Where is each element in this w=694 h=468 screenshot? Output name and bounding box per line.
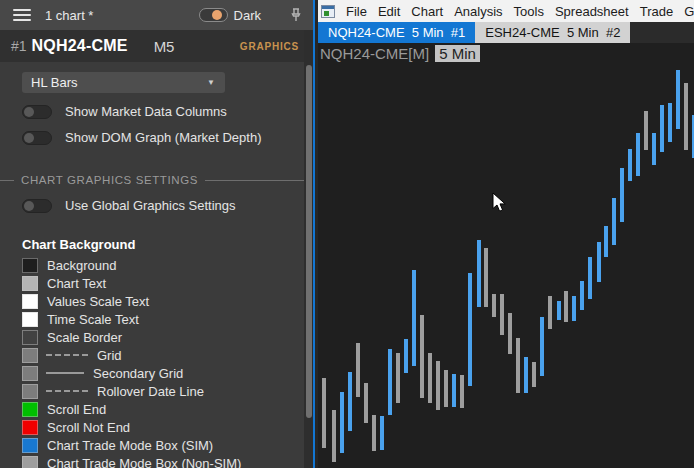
- price-bar: [322, 378, 326, 448]
- price-bar: [460, 375, 464, 408]
- market-data-columns-label: Show Market Data Columns: [65, 104, 227, 119]
- color-swatch-values-scale-text[interactable]: [22, 294, 38, 309]
- price-bar: [524, 357, 528, 393]
- control-panel-sidebar: 1 chart * Dark #1 NQH24-CME M5 GRAPHICS …: [0, 0, 313, 468]
- chart-timeframe: M5: [154, 38, 175, 55]
- price-bar: [340, 392, 344, 453]
- price-bar: [468, 273, 472, 386]
- toggle-row-market-data: Show Market Data Columns: [22, 104, 227, 119]
- market-data-columns-toggle[interactable]: [22, 105, 52, 119]
- price-bar: [684, 83, 688, 150]
- menubar: FileEditChartAnalysisToolsSpreadsheetTra…: [315, 0, 694, 22]
- price-bar: [412, 270, 416, 366]
- price-bar: [660, 105, 664, 152]
- chart-tab-2[interactable]: ESH24-CME 5 Min #2: [475, 22, 630, 43]
- menu-item-chart[interactable]: Chart: [411, 4, 443, 19]
- chart-title-period: 5 Min: [435, 45, 480, 62]
- price-bar: [396, 353, 400, 403]
- pin-icon[interactable]: [290, 8, 302, 22]
- bar-style-dropdown[interactable]: HL Bars ▼: [22, 72, 225, 93]
- price-bar: [516, 338, 520, 393]
- price-bar: [652, 133, 656, 165]
- color-setting-label: Scale Border: [47, 330, 122, 345]
- menu-item-analysis[interactable]: Analysis: [454, 4, 502, 19]
- color-setting-label: Scroll Not End: [47, 420, 130, 435]
- color-setting-row: Values Scale Text: [0, 292, 305, 310]
- menu-item-spreadsheet[interactable]: Spreadsheet: [555, 4, 629, 19]
- toggle-row-global-graphics: Use Global Graphics Settings: [22, 198, 236, 213]
- color-swatch-chart-trade-mode-box-non-sim-[interactable]: [22, 456, 38, 468]
- color-swatch-chart-trade-mode-box-sim-[interactable]: [22, 438, 38, 453]
- price-bar: [332, 410, 336, 462]
- global-graphics-toggle[interactable]: [22, 199, 52, 213]
- app-root: 1 chart * Dark #1 NQH24-CME M5 GRAPHICS …: [0, 0, 694, 468]
- chart-symbol: NQH24-CME: [32, 37, 128, 55]
- global-graphics-label: Use Global Graphics Settings: [65, 198, 236, 213]
- menu-item-file[interactable]: File: [346, 4, 367, 19]
- color-swatch-scroll-end[interactable]: [22, 402, 38, 417]
- color-setting-label: Grid: [97, 348, 122, 363]
- menu-item-edit[interactable]: Edit: [378, 4, 400, 19]
- color-swatch-scale-border[interactable]: [22, 330, 38, 345]
- sidebar-topbar: 1 chart * Dark: [0, 0, 313, 30]
- price-bar: [572, 296, 576, 321]
- chart-panel-header: #1 NQH24-CME M5 GRAPHICS: [0, 30, 313, 62]
- color-setting-label: Chart Trade Mode Box (SIM): [47, 438, 213, 453]
- graphics-tab-label[interactable]: GRAPHICS: [240, 41, 299, 52]
- price-bar: [388, 349, 392, 415]
- sidebar-scrollbar[interactable]: [304, 30, 313, 468]
- color-setting-label: Chart Trade Mode Box (Non-SIM): [47, 456, 241, 468]
- price-bar: [580, 281, 584, 310]
- price-bar: [620, 168, 624, 222]
- price-bar: [444, 370, 448, 407]
- price-bar: [532, 362, 536, 387]
- dashed-line-sample: [46, 390, 88, 392]
- chart-background-heading: Chart Background: [22, 237, 135, 252]
- solid-line-sample: [46, 372, 84, 374]
- price-bar: [500, 294, 504, 335]
- color-swatch-time-scale-text[interactable]: [22, 312, 38, 327]
- color-setting-label: Scroll End: [47, 402, 106, 417]
- color-setting-row: Background: [0, 256, 305, 274]
- color-setting-label: Chart Text: [47, 276, 106, 291]
- price-bar: [428, 353, 432, 403]
- chart-canvas[interactable]: NQH24-CME[M] 5 Min: [316, 43, 694, 468]
- price-bar: [477, 240, 481, 307]
- price-bar: [597, 242, 601, 282]
- color-setting-row: Rollover Date Line: [0, 382, 305, 400]
- color-swatch-scroll-not-end[interactable]: [22, 420, 38, 435]
- dashed-line-sample: [46, 354, 88, 356]
- chart-title: NQH24-CME[M] 5 Min: [320, 45, 480, 62]
- price-bar: [564, 291, 568, 322]
- color-swatch-chart-text[interactable]: [22, 276, 38, 291]
- window-left-edge: [315, 0, 318, 468]
- color-swatch-grid[interactable]: [22, 348, 38, 363]
- price-bar: [508, 313, 512, 354]
- menu-hamburger-icon[interactable]: [13, 6, 31, 24]
- menu-item-trade[interactable]: Trade: [640, 4, 673, 19]
- dark-mode-toggle[interactable]: [199, 8, 228, 22]
- chart-number: #1: [11, 38, 27, 54]
- dom-graph-toggle[interactable]: [22, 131, 52, 145]
- price-bar: [452, 374, 456, 407]
- price-bar: [548, 296, 552, 329]
- chart-title-symbol: NQH24-CME[M]: [320, 45, 429, 62]
- price-bar: [540, 317, 544, 376]
- menu-item-global[interactable]: Global: [684, 4, 694, 19]
- color-setting-row: Chart Text: [0, 274, 305, 292]
- price-bar: [484, 248, 488, 307]
- color-setting-row: Time Scale Text: [0, 310, 305, 328]
- price-bar: [604, 226, 608, 257]
- color-swatch-secondary-grid[interactable]: [22, 366, 38, 381]
- price-bar: [420, 315, 424, 398]
- sidebar-scrollbar-thumb[interactable]: [306, 65, 312, 418]
- color-swatch-rollover-date-line[interactable]: [22, 384, 38, 399]
- color-setting-label: Background: [47, 258, 116, 273]
- menu-item-tools[interactable]: Tools: [514, 4, 544, 19]
- color-setting-label: Values Scale Text: [47, 294, 149, 309]
- color-settings-list: BackgroundChart TextValues Scale TextTim…: [0, 256, 305, 468]
- toggle-knob: [212, 10, 222, 20]
- chart-tab-1[interactable]: NQH24-CME 5 Min #1: [318, 22, 475, 43]
- color-swatch-background[interactable]: [22, 258, 38, 273]
- color-setting-row: Scroll End: [0, 400, 305, 418]
